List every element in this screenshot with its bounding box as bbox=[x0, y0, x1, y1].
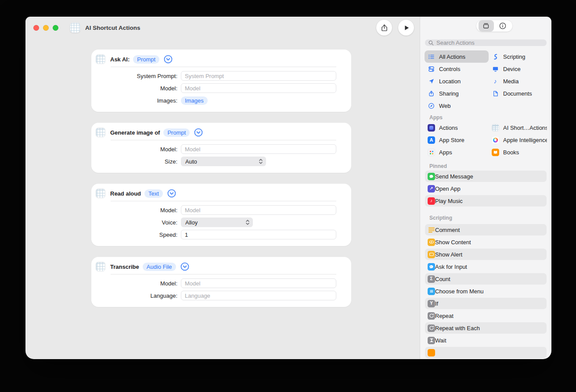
language-input[interactable] bbox=[181, 291, 336, 300]
action-title: Read aloud bbox=[110, 190, 141, 197]
category-label: Sharing bbox=[439, 90, 459, 97]
text-variable-pill[interactable]: Text bbox=[144, 189, 163, 198]
monitor-icon bbox=[492, 65, 499, 72]
app-ai-shortcut-actions[interactable]: AI Short…Actions bbox=[489, 121, 547, 134]
system-prompt-input[interactable] bbox=[181, 71, 336, 81]
apps-section-header: Apps bbox=[429, 114, 551, 121]
app-actions[interactable]: Actions bbox=[425, 121, 489, 134]
app-apple-intelligence[interactable]: Apple Intelligence bbox=[489, 134, 547, 146]
audio-file-variable-pill[interactable]: Audio File bbox=[143, 263, 176, 271]
list-item-repeat[interactable]: Repeat bbox=[425, 310, 547, 321]
repeat-icon bbox=[428, 312, 435, 320]
speed-input[interactable] bbox=[181, 230, 336, 239]
list-item-label: Show Alert bbox=[435, 251, 462, 258]
list-item-show-alert[interactable]: Show Alert bbox=[425, 249, 547, 260]
category-sharing[interactable]: Sharing bbox=[425, 87, 489, 100]
menu-lines-icon bbox=[428, 288, 435, 295]
size-select[interactable]: Auto bbox=[181, 157, 266, 166]
voice-select[interactable]: Alloy bbox=[181, 217, 253, 227]
list-item-repeat-with-each[interactable]: Repeat with Each bbox=[425, 322, 547, 334]
list-item-label: Open App bbox=[435, 185, 461, 192]
list-item-play-music[interactable]: ♪ Play Music bbox=[425, 195, 547, 207]
share-button[interactable] bbox=[376, 20, 392, 36]
actions-app-icon bbox=[428, 124, 435, 132]
action-title: Transcribe bbox=[110, 264, 139, 270]
category-label: Device bbox=[503, 66, 521, 72]
info-tab[interactable] bbox=[495, 20, 511, 32]
location-arrow-icon bbox=[428, 78, 435, 85]
field-label: Language: bbox=[91, 292, 177, 299]
action-cards: Ask AI: Prompt System Prompt: Model: bbox=[91, 50, 351, 307]
list-item-count[interactable]: Σ Count bbox=[425, 273, 547, 285]
category-device[interactable]: Device bbox=[489, 63, 547, 75]
document-icon bbox=[492, 90, 499, 97]
category-documents[interactable]: Documents bbox=[489, 87, 547, 100]
up-down-chevrons-icon bbox=[259, 158, 263, 164]
chevron-down-circle-icon[interactable] bbox=[167, 189, 176, 198]
chevron-down-circle-icon[interactable] bbox=[164, 55, 173, 64]
list-item-if[interactable]: Y If bbox=[425, 298, 547, 309]
category-web[interactable]: Web bbox=[425, 100, 489, 112]
app-app-store[interactable]: A App Store bbox=[425, 134, 489, 146]
category-controls[interactable]: Controls bbox=[425, 63, 489, 75]
prompt-variable-pill[interactable]: Prompt bbox=[133, 55, 159, 64]
model-input[interactable] bbox=[181, 205, 336, 215]
minimize-button[interactable] bbox=[43, 25, 49, 31]
list-item-comment[interactable]: Comment bbox=[425, 224, 547, 235]
list-item-label: Count bbox=[435, 276, 450, 282]
editor-pane: AI Shortcut Actions bbox=[25, 17, 420, 359]
app-label: Apps bbox=[439, 149, 452, 156]
close-button[interactable] bbox=[33, 25, 39, 31]
chevron-down-circle-icon[interactable] bbox=[180, 262, 189, 271]
comment-lines-icon bbox=[428, 226, 435, 234]
model-input[interactable] bbox=[181, 83, 336, 93]
action-grid-icon bbox=[96, 262, 105, 271]
music-note-icon: ♪ bbox=[492, 78, 499, 85]
list-item-clipped[interactable] bbox=[425, 347, 547, 358]
list-item-show-content[interactable]: Show Content bbox=[425, 236, 547, 248]
category-label: Media bbox=[503, 78, 518, 85]
compass-icon bbox=[428, 102, 435, 109]
zoom-button[interactable] bbox=[53, 25, 58, 31]
apps-app-icon bbox=[428, 149, 435, 156]
list-item-ask-for-input[interactable]: Ask for Input bbox=[425, 261, 547, 272]
run-button[interactable] bbox=[398, 20, 414, 36]
list-item-send-message[interactable]: Send Message bbox=[425, 171, 547, 182]
voice-select-value: Alloy bbox=[185, 219, 198, 226]
list-item-wait[interactable]: Wait bbox=[425, 335, 547, 346]
app-apps[interactable]: Apps bbox=[425, 146, 489, 158]
search-input[interactable] bbox=[436, 39, 544, 46]
app-books[interactable]: Books bbox=[489, 146, 547, 158]
category-media[interactable]: ♪ Media bbox=[489, 75, 547, 87]
category-location[interactable]: Location bbox=[425, 75, 489, 87]
share-icon bbox=[380, 24, 389, 32]
field-label: Model: bbox=[91, 85, 177, 92]
scripting-list: Comment Show Content Show Alert Ask for … bbox=[420, 224, 551, 359]
field-label: Model: bbox=[91, 207, 177, 214]
sigma-icon: Σ bbox=[428, 275, 435, 283]
alert-box-icon bbox=[428, 251, 435, 258]
model-input[interactable] bbox=[181, 144, 336, 154]
images-variable-pill[interactable]: Images bbox=[181, 96, 208, 105]
clipped-orange-icon bbox=[428, 349, 435, 356]
chevron-down-circle-icon[interactable] bbox=[194, 128, 203, 137]
category-all-actions[interactable]: All Actions bbox=[425, 50, 489, 63]
list-item-choose-from-menu[interactable]: Choose from Menu bbox=[425, 285, 547, 297]
list-bullet-icon bbox=[428, 53, 435, 60]
action-card-generate-image: Generate image of Prompt Model: Size: bbox=[91, 123, 351, 173]
category-scripting[interactable]: Scripting bbox=[489, 50, 547, 63]
open-app-icon: ↗ bbox=[428, 185, 435, 192]
up-down-chevrons-icon bbox=[245, 219, 250, 225]
app-label: App Store bbox=[439, 137, 464, 143]
books-icon bbox=[492, 149, 499, 156]
scripting-icon bbox=[492, 53, 499, 60]
category-label: Web bbox=[439, 103, 451, 109]
list-item-open-app[interactable]: ↗ Open App bbox=[425, 183, 547, 194]
prompt-variable-pill[interactable]: Prompt bbox=[163, 128, 190, 137]
scripting-section-header: Scripting bbox=[429, 215, 551, 221]
library-tab[interactable] bbox=[479, 20, 494, 32]
field-label: Model: bbox=[91, 146, 177, 153]
search-field[interactable] bbox=[425, 39, 547, 46]
model-input[interactable] bbox=[181, 278, 336, 288]
window-title: AI Shortcut Actions bbox=[85, 25, 140, 31]
